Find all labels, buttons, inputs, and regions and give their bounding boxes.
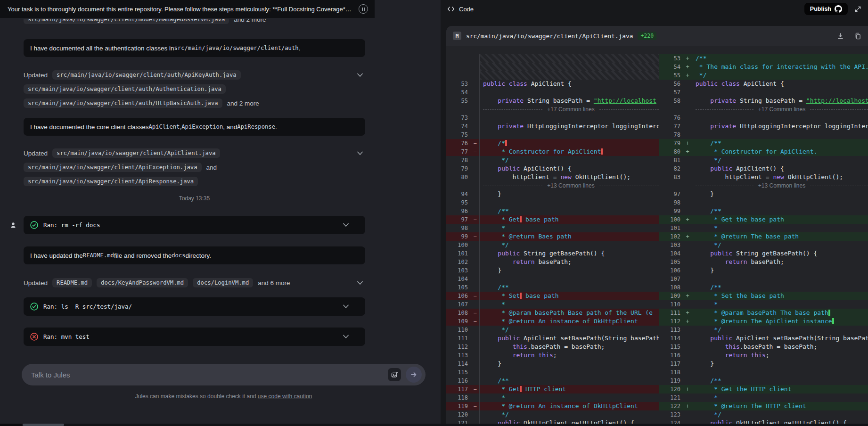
diff-row: 96 /** xyxy=(446,207,659,215)
chevron-down-icon[interactable] xyxy=(342,333,350,340)
file-chip[interactable]: src/main/java/io/swagger/client/ApiExcep… xyxy=(24,163,202,172)
diff-row: 99− * @return Baes path xyxy=(446,232,659,241)
success-icon xyxy=(30,221,38,229)
code-panel-title: Code xyxy=(459,6,474,13)
updated-files-row: src/main/java/io/swagger/client/ApiRespo… xyxy=(24,176,198,187)
updated-files-row: Updatedsrc/main/java/io/swagger/client/a… xyxy=(24,69,241,81)
diff-row: 104 public String getBasePath() { xyxy=(659,249,868,258)
chevron-down-icon[interactable] xyxy=(356,150,364,156)
command-card[interactable]: Ran: mvn test xyxy=(24,328,365,346)
chat-input[interactable] xyxy=(31,371,388,379)
updated-files-row: src/main/java/io/swagger/client/ApiExcep… xyxy=(24,162,217,173)
command-card[interactable]: Ran: rm -rf docs xyxy=(24,216,365,234)
pause-task-button[interactable] xyxy=(359,4,368,14)
common-lines-separator: +13 Common lines xyxy=(659,181,868,190)
diff-row: 114 } xyxy=(446,360,659,368)
send-button[interactable] xyxy=(406,367,422,383)
diff-row: 108− * @param basePath Base path of the … xyxy=(446,309,659,317)
diff-row: 101 public String getBasePath() { xyxy=(446,249,659,258)
file-chip[interactable]: src/main/java/io/swagger/client/model/Ma… xyxy=(24,19,229,24)
diff-row: 116 return this; xyxy=(659,351,868,360)
file-chip[interactable]: README.md xyxy=(52,278,92,287)
diff-row: 106− * Set base path xyxy=(446,292,659,300)
diff-row: 53public class ApiClient { xyxy=(446,80,659,88)
common-lines-label[interactable]: +13 Common lines xyxy=(547,181,594,190)
diff-row: 113 */ xyxy=(659,326,868,334)
diff-row: 118 * xyxy=(446,393,659,402)
common-lines-label[interactable]: +17 Common lines xyxy=(758,105,805,114)
diff-row: 109+ * Set the base path xyxy=(659,292,868,300)
task-bar: Your task is to thoroughly document this… xyxy=(0,0,375,18)
chevron-down-icon[interactable] xyxy=(342,221,350,228)
diff-row: 119 /** xyxy=(659,377,868,385)
diff-row: 115 xyxy=(446,368,659,377)
file-chip[interactable]: src/main/java/io/swagger/client/auth/Aut… xyxy=(24,84,226,94)
diff-row: 114 public ApiClient setBasePath(String … xyxy=(659,334,868,343)
diff-row: 81 */ xyxy=(659,156,868,164)
composer xyxy=(22,364,426,385)
diff-row: 105 /** xyxy=(446,283,659,292)
more-files-label: and 2 more xyxy=(227,100,259,107)
diff-row: 77 private HttpLoggingInterceptor loggin… xyxy=(659,122,868,131)
diff-view[interactable]: 53public class ApiClient {5455 private S… xyxy=(446,46,868,426)
diff-row: 57 xyxy=(659,88,868,97)
diff-row: 112+ * @return The ApiClient instance xyxy=(659,317,868,326)
diff-row: 80+ * Constructor for ApiClient. xyxy=(659,147,868,156)
common-lines-label[interactable]: +13 Common lines xyxy=(758,181,805,190)
diff-row: 107 * xyxy=(446,300,659,309)
caution-link[interactable]: use code with caution xyxy=(258,393,312,400)
chevron-down-icon[interactable] xyxy=(356,72,364,78)
updated-files-block: UpdatedREADME.mddocs/KeyAndPasswordVM.md… xyxy=(24,277,365,291)
chevron-down-icon[interactable] xyxy=(342,303,350,310)
updated-label: Updated xyxy=(24,150,48,157)
expand-panel-button[interactable] xyxy=(854,6,861,13)
diff-row: 83 httpClient = new OkHttpClient(); xyxy=(659,173,868,181)
diff-row: 119− * @return An instance of OkHttpClie… xyxy=(446,402,659,410)
file-chip[interactable]: src/main/java/io/swagger/client/auth/Api… xyxy=(52,70,241,80)
copy-file-button[interactable] xyxy=(854,33,861,40)
diff-row: 102+ * @return The base path xyxy=(659,232,868,241)
diff-row: 117 } xyxy=(659,360,868,368)
diff-row: 120+ * Get the HTTP client xyxy=(659,385,868,393)
file-chip[interactable]: docs/KeyAndPasswordVM.md xyxy=(97,278,188,287)
diff-row: 78 xyxy=(659,131,868,139)
diff-row: 98 * xyxy=(446,224,659,232)
file-path: src/main/java/io/swagger/client/ApiClien… xyxy=(466,33,633,40)
file-status-badge: M xyxy=(453,32,461,40)
attach-image-button[interactable] xyxy=(388,368,401,381)
additions-badge: +220 xyxy=(638,32,656,40)
code-panel-header: Code Publish xyxy=(441,0,868,18)
diff-hatch-row xyxy=(446,63,659,71)
chevron-down-icon[interactable] xyxy=(356,279,364,286)
file-chip[interactable]: src/main/java/io/swagger/client/ApiRespo… xyxy=(24,177,198,186)
diff-row: 111+ * @param basePath The base path xyxy=(659,309,868,317)
horizontal-scrollbar xyxy=(0,424,868,426)
updated-label: Updated xyxy=(24,279,48,287)
common-lines-label[interactable]: +17 Common lines xyxy=(547,105,594,114)
diff-row: 74 private HttpLoggingInterceptor loggin… xyxy=(446,122,659,131)
horizontal-scrollbar-thumb[interactable] xyxy=(23,424,64,426)
diff-row: 117− * Get HTTP client xyxy=(446,385,659,393)
file-chip[interactable]: src/main/java/io/swagger/client/auth/Htt… xyxy=(24,98,222,108)
diff-row: 82 public ApiClient() { xyxy=(659,164,868,173)
file-chip[interactable]: src/main/java/io/swagger/client/ApiClien… xyxy=(52,148,220,158)
copy-icon xyxy=(854,33,861,40)
command-card[interactable]: Ran: ls -R src/test/java/ xyxy=(24,297,365,316)
file-chip[interactable]: docs/LoginVM.md xyxy=(193,278,253,287)
diff-row: 98 xyxy=(659,198,868,207)
diff-row: 113 return this; xyxy=(446,351,659,360)
download-file-button[interactable] xyxy=(837,33,844,40)
agent-message-card: I have documented the core client classe… xyxy=(24,118,365,136)
open-in-full-icon xyxy=(854,6,861,13)
diff-row: 111 public ApiClient setBasePath(String … xyxy=(446,334,659,343)
publish-button[interactable]: Publish xyxy=(804,3,848,15)
diff-row: 103 } xyxy=(446,266,659,275)
diff-row: 122+ * @return The HTTP client xyxy=(659,402,868,410)
diff-row: 53+/** xyxy=(659,54,868,63)
agent-message-card: I have updated the README.md file and re… xyxy=(24,246,365,264)
clipped-chip-row: src/main/java/io/swagger/client/model/Ma… xyxy=(24,19,365,26)
diff-row: 77− * Constructor for ApiClient xyxy=(446,147,659,156)
github-icon xyxy=(835,5,842,13)
success-icon xyxy=(30,303,38,311)
task-description: Your task is to thoroughly document this… xyxy=(8,6,359,13)
